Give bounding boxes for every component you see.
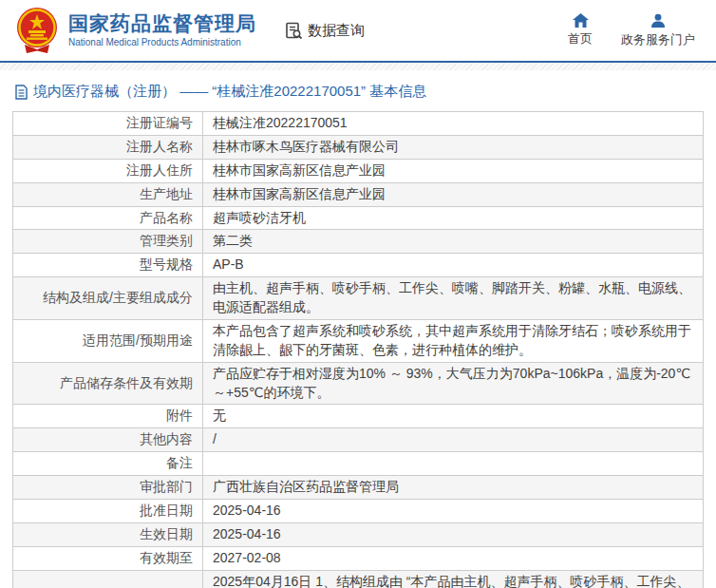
row-label: 批准日期 — [13, 499, 203, 522]
table-row: 注册人住所 桂林市国家高新区信息产业园 — [13, 159, 704, 182]
row-value: 2025年04月16日 1、结构组成由 “本产品由主机、超声手柄、喷砂手柄、工作… — [203, 570, 704, 588]
row-value: AP-B — [203, 254, 704, 277]
row-value: 2027-02-08 — [203, 546, 704, 570]
page-title: 境内医疗器械（注册） —— “桂械注准20222170051” 基本信息 — [33, 83, 426, 101]
row-label: 审批部门 — [13, 476, 203, 500]
home-icon — [573, 13, 589, 28]
row-label-text: 备注 — [166, 455, 193, 470]
nav-home[interactable]: 首页 — [568, 13, 593, 47]
page-title-bar: 境内医疗器械（注册） —— “桂械注准20222170051” 基本信息 — [0, 70, 716, 111]
data-query-label: 数据查询 — [308, 22, 365, 40]
row-label: 注册人住所 — [13, 159, 203, 182]
row-label: 注册人名称 — [13, 135, 203, 159]
user-icon — [650, 13, 666, 28]
row-label: 备注 — [13, 452, 203, 476]
info-table-wrap: 注册证编号 桂械注准20222170051 注册人名称 桂林市啄木鸟医疗器械有限… — [12, 111, 704, 588]
row-label-text: 型号规格 — [140, 256, 193, 272]
table-row: 生效日期 2025-04-16 — [13, 522, 704, 546]
data-query-tab[interactable]: 数据查询 — [285, 22, 365, 40]
table-row: 生产地址 桂林市国家高新区信息产业园 — [13, 182, 704, 206]
row-label: 产品名称 — [13, 206, 203, 230]
row-value: 桂林市国家高新区信息产业园 — [203, 182, 704, 206]
row-value: 2025-04-16 — [203, 499, 704, 522]
row-label: 适用范围/预期用途 — [13, 319, 203, 362]
table-row: 有效期至 2027-02-08 — [13, 546, 704, 570]
table-row: 型号规格 AP-B — [13, 254, 704, 277]
site-header: 国家药品监督管理局 National Medical Products Admi… — [0, 0, 716, 63]
row-label-text: 审批部门 — [140, 479, 193, 494]
row-label-text: 生效日期 — [140, 526, 193, 541]
nav-portal[interactable]: 政务服务门户 — [621, 13, 695, 48]
nav-portal-label: 政务服务门户 — [621, 31, 695, 48]
row-value: 由主机、超声手柄、喷砂手柄、工作尖、喷嘴、脚踏开关、粉罐、水瓶、电源线、电源适配… — [203, 277, 704, 320]
row-label-text: 附件 — [166, 408, 193, 423]
row-label-text: 结构及组成/主要组成成分 — [43, 290, 193, 305]
row-label-text: 适用范围/预期用途 — [83, 332, 193, 348]
table-row: 注册人名称 桂林市啄木鸟医疗器械有限公司 — [13, 135, 704, 159]
row-value: 2025-04-16 — [203, 522, 704, 546]
row-value — [203, 452, 704, 476]
row-value: 第二类 — [203, 230, 704, 254]
row-label-text: 管理类别 — [140, 233, 193, 248]
row-value: 超声喷砂洁牙机 — [203, 206, 704, 230]
row-value: 桂械注准20222170051 — [203, 112, 704, 136]
row-label-text: 产品储存条件及有效期 — [60, 375, 193, 390]
row-value: 本产品包含了超声系统和喷砂系统，其中超声系统用于清除牙结石；喷砂系统用于清除龈上… — [203, 319, 704, 362]
table-row: 其他内容 / — [13, 428, 704, 452]
row-label: 生产地址 — [13, 182, 203, 206]
brand-title: 国家药品监督管理局 National Medical Products Admi… — [68, 12, 256, 48]
national-emblem-logo[interactable] — [15, 7, 59, 54]
table-row: 备注 — [13, 452, 704, 476]
document-icon — [15, 85, 28, 100]
row-label-text: 有效期至 — [140, 550, 193, 565]
row-value: 无 — [203, 405, 704, 428]
table-row: 适用范围/预期用途 本产品包含了超声系统和喷砂系统，其中超声系统用于清除牙结石；… — [13, 319, 704, 362]
table-row: 产品名称 超声喷砂洁牙机 — [13, 206, 704, 230]
row-label-text: 注册人住所 — [126, 162, 193, 178]
row-value: 产品应贮存于相对湿度为10% ～ 93%，大气压力为70kPa~106kPa，温… — [203, 362, 704, 405]
row-value: 桂林市国家高新区信息产业园 — [203, 159, 704, 182]
table-row: 变更情况 2025年04月16日 1、结构组成由 “本产品由主机、超声手柄、喷砂… — [13, 570, 704, 588]
header-divider-strip — [0, 63, 716, 70]
row-label: 变更情况 — [13, 570, 203, 588]
row-label: 型号规格 — [13, 254, 203, 277]
top-nav: 首页 政务服务门户 — [568, 13, 695, 48]
row-label: 结构及组成/主要组成成分 — [13, 277, 203, 320]
table-row: 批准日期 2025-04-16 — [13, 499, 704, 522]
row-value: 广西壮族自治区药品监督管理局 — [203, 476, 704, 500]
table-row: 产品储存条件及有效期 产品应贮存于相对湿度为10% ～ 93%，大气压力为70k… — [13, 362, 704, 405]
table-row: 附件 无 — [13, 405, 704, 428]
info-table: 注册证编号 桂械注准20222170051 注册人名称 桂林市啄木鸟医疗器械有限… — [12, 111, 704, 588]
info-table-body: 注册证编号 桂械注准20222170051 注册人名称 桂林市啄木鸟医疗器械有限… — [13, 112, 704, 588]
row-label-text: 生产地址 — [140, 186, 193, 201]
row-label: 管理类别 — [13, 230, 203, 254]
row-label-text: 批准日期 — [140, 503, 193, 518]
row-label-text: 其他内容 — [140, 431, 193, 446]
table-row: 注册证编号 桂械注准20222170051 — [13, 112, 704, 136]
table-row: 管理类别 第二类 — [13, 230, 704, 254]
brand-title-zh: 国家药品监督管理局 — [68, 12, 256, 35]
row-label: 附件 — [13, 405, 203, 428]
row-label: 注册证编号 — [13, 112, 203, 136]
row-label: 其他内容 — [13, 428, 203, 452]
table-row: 结构及组成/主要组成成分 由主机、超声手柄、喷砂手柄、工作尖、喷嘴、脚踏开关、粉… — [13, 277, 704, 320]
row-label: 生效日期 — [13, 522, 203, 546]
row-label-text: 注册证编号 — [126, 115, 193, 130]
nav-home-label: 首页 — [568, 30, 593, 47]
row-label-text: 产品名称 — [140, 210, 193, 225]
row-label: 产品储存条件及有效期 — [13, 362, 203, 405]
row-label-text: 注册人名称 — [126, 139, 193, 154]
document-search-icon — [285, 22, 303, 40]
row-value: 桂林市啄木鸟医疗器械有限公司 — [203, 135, 704, 159]
row-value: / — [203, 428, 704, 452]
brand-title-en: National Medical Products Administration — [68, 37, 256, 48]
table-row: 审批部门 广西壮族自治区药品监督管理局 — [13, 476, 704, 500]
row-label: 有效期至 — [13, 546, 203, 570]
